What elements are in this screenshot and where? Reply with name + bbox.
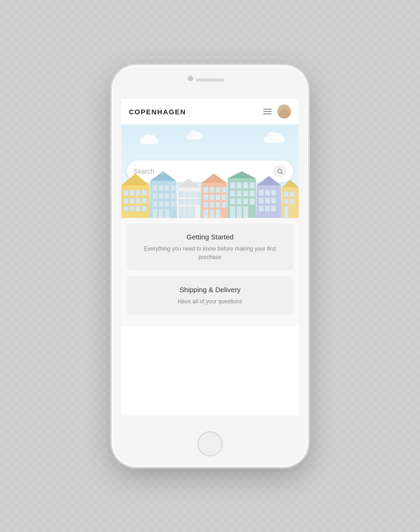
hamburger-menu-button[interactable] — [263, 109, 272, 114]
svg-marker-79 — [228, 171, 256, 178]
svg-rect-59 — [203, 210, 208, 218]
svg-rect-94 — [284, 199, 288, 204]
svg-rect-35 — [185, 192, 189, 197]
shipping-delivery-card[interactable]: Shipping & Delivery Have all of your que… — [127, 276, 293, 315]
svg-rect-29 — [153, 209, 157, 218]
svg-rect-20 — [171, 185, 175, 191]
svg-rect-86 — [271, 198, 276, 203]
svg-rect-65 — [237, 182, 242, 189]
svg-rect-4 — [130, 190, 134, 196]
svg-rect-19 — [165, 185, 169, 191]
svg-rect-60 — [210, 210, 214, 218]
svg-rect-17 — [153, 185, 157, 191]
svg-rect-42 — [179, 207, 183, 218]
svg-rect-51 — [203, 195, 208, 200]
svg-rect-58 — [222, 202, 226, 208]
svg-rect-23 — [165, 193, 169, 199]
getting-started-card[interactable]: Getting Started Everything you need to k… — [127, 224, 293, 271]
svg-rect-47 — [203, 187, 208, 193]
svg-rect-69 — [237, 190, 242, 196]
svg-rect-89 — [271, 206, 276, 211]
svg-rect-53 — [216, 195, 220, 200]
hero-section: Search — [121, 125, 299, 218]
svg-rect-64 — [230, 182, 235, 189]
svg-rect-36 — [190, 192, 195, 197]
svg-rect-21 — [153, 193, 157, 199]
svg-rect-24 — [171, 193, 175, 199]
power-button — [308, 140, 310, 168]
phone-frame: COPENHAGEN Search — [112, 65, 308, 467]
svg-rect-9 — [136, 198, 140, 203]
shipping-delivery-subtitle: Have all of your questions — [134, 297, 286, 306]
svg-rect-28 — [171, 201, 175, 207]
svg-rect-52 — [210, 195, 214, 200]
svg-rect-43 — [185, 207, 189, 218]
svg-rect-84 — [259, 198, 264, 203]
svg-rect-41 — [196, 199, 200, 204]
svg-rect-14 — [142, 206, 147, 211]
svg-rect-66 — [243, 182, 248, 189]
svg-rect-71 — [250, 190, 255, 196]
getting-started-title: Getting Started — [134, 233, 286, 241]
cloud-1 — [140, 138, 159, 144]
cloud-2 — [187, 134, 203, 140]
svg-rect-11 — [124, 206, 128, 211]
svg-rect-30 — [159, 209, 163, 218]
svg-rect-13 — [136, 206, 140, 211]
svg-rect-6 — [142, 190, 147, 196]
svg-rect-67 — [250, 182, 255, 189]
svg-rect-95 — [290, 199, 294, 204]
svg-rect-85 — [265, 198, 270, 203]
svg-rect-81 — [259, 190, 264, 196]
svg-rect-3 — [124, 190, 128, 196]
svg-rect-72 — [230, 198, 235, 204]
phone-screen: COPENHAGEN Search — [121, 99, 299, 415]
header-right — [263, 105, 291, 119]
svg-rect-39 — [185, 199, 189, 204]
cloud-3 — [264, 136, 285, 143]
svg-rect-88 — [265, 206, 270, 211]
svg-rect-38 — [179, 199, 183, 204]
svg-rect-61 — [216, 210, 220, 218]
hamburger-line-1 — [263, 109, 272, 110]
phone-camera — [188, 76, 193, 81]
svg-rect-82 — [265, 190, 270, 196]
app-title: COPENHAGEN — [129, 108, 186, 116]
svg-rect-5 — [136, 190, 140, 196]
svg-marker-97 — [282, 180, 299, 188]
svg-rect-87 — [259, 206, 264, 211]
buildings-illustration — [121, 171, 299, 218]
hamburger-line-2 — [263, 111, 272, 112]
svg-rect-50 — [222, 187, 226, 193]
svg-rect-44 — [190, 207, 195, 218]
avatar[interactable] — [277, 105, 291, 119]
home-button[interactable] — [197, 431, 223, 456]
svg-rect-55 — [203, 202, 208, 208]
svg-marker-62 — [201, 174, 227, 183]
svg-rect-7 — [124, 198, 128, 203]
volume-up-button — [110, 147, 112, 170]
svg-rect-37 — [196, 192, 200, 197]
svg-rect-26 — [159, 201, 163, 207]
svg-marker-32 — [150, 171, 176, 181]
svg-rect-54 — [222, 195, 226, 200]
phone-speaker — [196, 78, 224, 82]
svg-rect-74 — [243, 198, 248, 204]
mute-button — [110, 126, 112, 140]
getting-started-subtitle: Everything you need to know before makin… — [134, 245, 286, 261]
svg-rect-56 — [210, 202, 214, 208]
svg-rect-57 — [216, 202, 220, 208]
svg-rect-96 — [284, 206, 288, 218]
svg-rect-31 — [165, 209, 169, 218]
svg-rect-18 — [159, 185, 163, 191]
svg-rect-92 — [284, 192, 288, 197]
svg-marker-45 — [177, 178, 200, 188]
svg-rect-93 — [290, 192, 294, 197]
svg-rect-12 — [130, 206, 134, 211]
svg-rect-70 — [243, 190, 248, 196]
svg-rect-49 — [216, 187, 220, 193]
svg-rect-34 — [179, 192, 183, 197]
svg-rect-25 — [153, 201, 157, 207]
svg-rect-8 — [130, 198, 134, 203]
svg-rect-10 — [142, 198, 147, 203]
